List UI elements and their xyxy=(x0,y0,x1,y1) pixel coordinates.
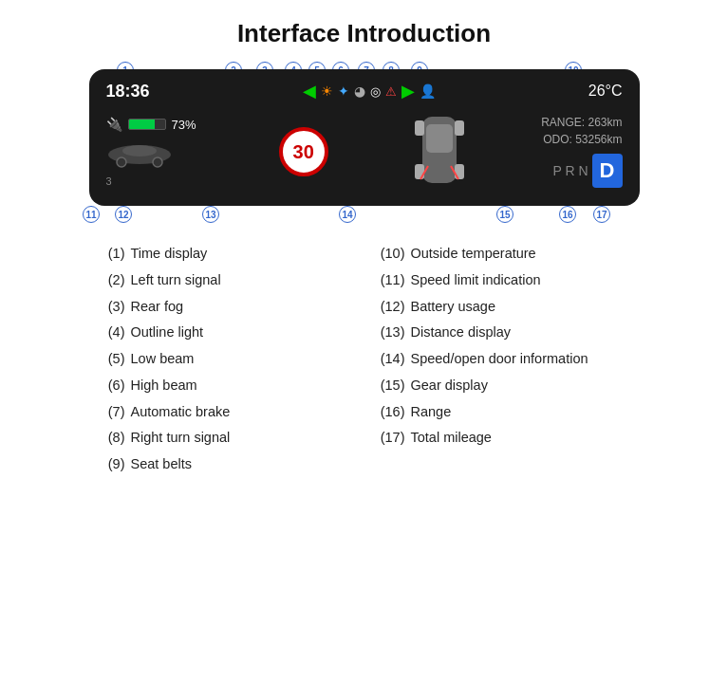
list-item: (7) Automatic brake xyxy=(99,402,350,423)
list-item: (4) Outline light xyxy=(99,322,350,343)
battery-bar xyxy=(128,119,166,130)
callout-15: 15 xyxy=(496,206,513,223)
items-grid: (1) Time display (10) Outside temperatur… xyxy=(80,244,649,475)
speed-limit: 30 xyxy=(279,127,328,176)
list-item: (15) Gear display xyxy=(379,376,630,396)
list-item: (12) Battery usage xyxy=(379,297,630,318)
battery-fill xyxy=(129,120,156,129)
odo-display: ODO: 53256km xyxy=(543,133,622,146)
right-turn-icon: ▶ xyxy=(401,81,415,101)
svg-rect-5 xyxy=(426,124,453,153)
list-item xyxy=(379,454,630,475)
car-svg-1 xyxy=(106,141,173,168)
list-item: (5) Low beam xyxy=(99,349,350,370)
time-display: 18:36 xyxy=(106,82,150,101)
dashboard: 18:36 ◀ ☀ ✦ ◕ ◎ ⚠ ▶ 👤 26°C 🔌 xyxy=(89,69,640,206)
list-item: (9) Seat belts xyxy=(99,454,350,475)
outline-light-icon: ✦ xyxy=(338,83,349,99)
callout-12: 12 xyxy=(115,206,132,223)
list-item: (6) High beam xyxy=(99,376,350,396)
list-item: (13) Distance display xyxy=(379,322,630,343)
left-panel: 🔌 73% 3 xyxy=(106,117,196,187)
range-display: RANGE: 263km xyxy=(541,116,622,129)
list-item: (11) Speed limit indication xyxy=(379,270,630,291)
list-item: (2) Left turn signal xyxy=(99,270,350,291)
gear-selected: D xyxy=(592,154,623,188)
callout-17: 17 xyxy=(593,206,610,223)
battery-percent: 73% xyxy=(172,118,196,132)
svg-point-3 xyxy=(153,157,162,167)
page-title: Interface Introduction xyxy=(237,19,491,48)
high-beam-icon: ◎ xyxy=(370,84,381,99)
gear-letters: P R N xyxy=(552,163,588,178)
callout-16: 16 xyxy=(559,206,576,223)
seatbelt-icon: 👤 xyxy=(420,83,436,99)
list-item: (10) Outside temperature xyxy=(379,244,630,265)
svg-rect-6 xyxy=(415,120,424,136)
right-panel: RANGE: 263km ODO: 53256km P R N D xyxy=(541,116,622,188)
list-item: (16) Range xyxy=(379,402,630,423)
status-icons: ◀ ☀ ✦ ◕ ◎ ⚠ ▶ 👤 xyxy=(303,81,436,101)
gear-display: P R N D xyxy=(552,154,622,188)
list-item: (17) Total mileage xyxy=(379,428,630,449)
callout-14: 14 xyxy=(339,206,356,223)
list-item: (14) Speed/open door information xyxy=(379,349,630,370)
plug-icon: 🔌 xyxy=(106,117,122,132)
callout-11: 11 xyxy=(83,206,100,223)
car-top-view-svg xyxy=(411,109,468,194)
callout-13: 13 xyxy=(202,206,219,223)
list-item: (8) Right turn signal xyxy=(99,428,350,449)
car-silhouettes xyxy=(106,141,196,168)
list-item: (3) Rear fog xyxy=(99,297,350,318)
low-beam-icon: ◕ xyxy=(354,83,365,99)
temperature-display: 26°C xyxy=(588,83,623,100)
svg-point-1 xyxy=(122,145,157,157)
diagram-wrapper: 1 2 3 4 5 xyxy=(42,65,687,234)
center-panel xyxy=(411,109,468,194)
number-3-label: 3 xyxy=(106,175,196,187)
svg-rect-7 xyxy=(455,120,464,136)
left-turn-icon: ◀ xyxy=(303,81,316,101)
battery-row: 🔌 73% xyxy=(106,117,196,132)
list-item: (1) Time display xyxy=(99,244,350,265)
rear-fog-icon: ☀ xyxy=(321,83,333,99)
svg-point-2 xyxy=(117,157,126,167)
auto-brake-icon: ⚠ xyxy=(385,84,397,99)
